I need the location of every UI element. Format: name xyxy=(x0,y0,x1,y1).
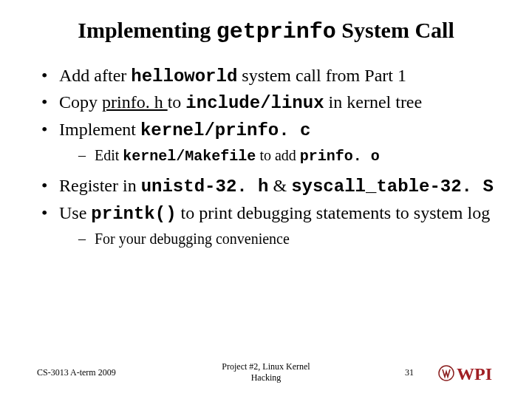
wpi-logo: WPI xyxy=(437,362,511,384)
b2-link: prinfo. h xyxy=(102,92,168,112)
bullet-1: Add after helloworld system call from Pa… xyxy=(37,64,495,89)
b3-a: Implement xyxy=(59,120,140,139)
b2-b: to xyxy=(168,92,186,112)
b2-c: in kernel tree xyxy=(324,92,423,112)
title-text-2: System Call xyxy=(336,18,454,42)
b2-code: include/linux xyxy=(185,93,324,113)
b2-a: Copy xyxy=(59,92,102,112)
title-text-1: Implementing xyxy=(78,18,216,42)
b4-amp: & xyxy=(268,176,291,195)
wpi-logo-text: WPI xyxy=(457,364,492,383)
bullet-3-sub-1: Edit kernel/Makefile to add prinfo. o xyxy=(59,146,495,166)
bullet-list: Add after helloworld system call from Pa… xyxy=(37,64,495,249)
b1-b: system call from Part 1 xyxy=(237,66,406,85)
page-number: 31 xyxy=(405,367,414,378)
bullet-4: Register in unistd-32. h & syscall_table… xyxy=(37,174,495,199)
b4-code2: syscall_table-32. S xyxy=(291,177,494,197)
bullet-5-sub-1: For your debugging convenience xyxy=(59,229,495,249)
bullet-3-sub: Edit kernel/Makefile to add prinfo. o xyxy=(59,146,495,166)
title-code: getprinfo xyxy=(216,19,336,44)
bullet-3: Implement kernel/prinfo. c Edit kernel/M… xyxy=(37,117,495,166)
b4-a: Register in xyxy=(59,176,141,195)
footer-center-2: Hacking xyxy=(251,372,282,383)
wpi-logo-icon: WPI xyxy=(437,362,511,384)
b1-code: helloworld xyxy=(131,66,237,86)
b5-b: to print debugging statements to system … xyxy=(177,203,491,222)
b3s-a: Edit xyxy=(95,147,123,163)
b3s-code1: kernel/Makefile xyxy=(123,148,256,165)
bullet-5: Use printk() to print debugging statemen… xyxy=(37,201,495,249)
slide-title: Implementing getprinfo System Call xyxy=(37,18,495,44)
footer-center-1: Project #2, Linux Kernel xyxy=(222,361,310,372)
b1-a: Add after xyxy=(59,66,131,85)
b3s-b: to add xyxy=(256,147,299,163)
bullet-5-sub: For your debugging convenience xyxy=(59,229,495,249)
b5-a: Use xyxy=(59,203,91,222)
b5s-a: For your debugging convenience xyxy=(95,231,290,247)
b3s-code2: prinfo. o xyxy=(300,148,380,165)
b4-code1: unistd-32. h xyxy=(141,177,269,197)
b5-code: printk() xyxy=(91,204,176,224)
slide: Implementing getprinfo System Call Add a… xyxy=(0,0,532,399)
bullet-2: Copy prinfo. h to include/linux in kerne… xyxy=(37,90,495,115)
b3-code: kernel/prinfo. c xyxy=(140,120,310,140)
